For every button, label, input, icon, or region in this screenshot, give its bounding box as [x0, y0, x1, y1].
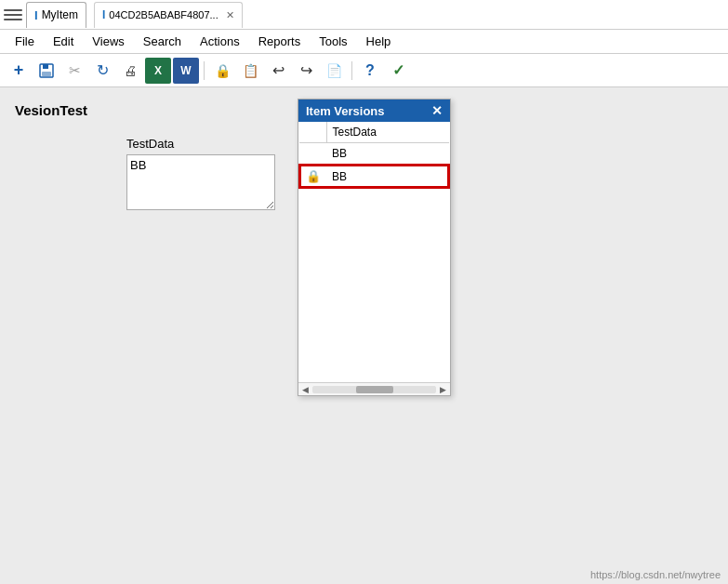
- copy-button[interactable]: 📋: [237, 58, 263, 84]
- page-button[interactable]: 📄: [321, 58, 347, 84]
- main-content: VesionTest TestData BB Item Versions ✕ T…: [0, 87, 728, 584]
- lock-icon: 🔒: [306, 169, 321, 183]
- panel-header: Item Versions ✕: [298, 100, 450, 122]
- lock-button[interactable]: 🔒: [209, 58, 235, 84]
- row-2-value: BB: [326, 165, 449, 188]
- word-button[interactable]: W: [173, 58, 199, 84]
- undo-button[interactable]: ↩: [265, 58, 291, 84]
- menu-actions[interactable]: Actions: [191, 33, 249, 50]
- hamburger-menu[interactable]: [4, 6, 22, 24]
- menu-file[interactable]: File: [6, 33, 44, 50]
- table-row[interactable]: BB: [299, 143, 449, 166]
- toolbar-sep-2: [351, 61, 352, 80]
- help-button[interactable]: ?: [357, 58, 383, 84]
- redo-button[interactable]: ↪: [293, 58, 319, 84]
- refresh-button[interactable]: ↻: [89, 58, 115, 84]
- svg-rect-2: [42, 72, 51, 76]
- title-bar: I MyItem I 04CD2B5ABABF4807... ✕: [0, 0, 728, 30]
- col-icon-header: [299, 122, 326, 143]
- myitem-tab-label: MyItem: [42, 8, 78, 21]
- row-1-icon-cell: [299, 143, 326, 166]
- versions-table: TestData BB 🔒 BB: [298, 122, 450, 189]
- cut-button[interactable]: ✂: [61, 58, 87, 84]
- table-row[interactable]: 🔒 BB: [299, 165, 449, 188]
- scroll-right-button[interactable]: ▶: [438, 385, 448, 394]
- svg-rect-1: [43, 64, 48, 69]
- scroll-thumb[interactable]: [356, 386, 393, 393]
- panel-scrollbar[interactable]: ◀ ▶: [298, 382, 450, 395]
- scroll-track: [312, 386, 436, 393]
- print-button[interactable]: 🖨: [117, 58, 143, 84]
- myitem-tab-icon: I: [34, 8, 38, 22]
- doc-tab-label: 04CD2B5ABABF4807...: [109, 9, 218, 20]
- doc-tab-close[interactable]: ✕: [226, 9, 234, 21]
- doc-tab-icon: I: [102, 8, 105, 21]
- panel-title: Item Versions: [306, 104, 385, 118]
- scroll-left-button[interactable]: ◀: [300, 385, 311, 394]
- item-versions-panel: Item Versions ✕ TestData BB: [298, 99, 451, 396]
- save-button[interactable]: [33, 58, 60, 84]
- check-button[interactable]: ✓: [385, 58, 411, 84]
- menu-tools[interactable]: Tools: [310, 33, 356, 50]
- menu-reports[interactable]: Reports: [249, 33, 311, 50]
- menu-edit[interactable]: Edit: [44, 33, 83, 50]
- tab-myitem[interactable]: I MyItem: [26, 2, 86, 28]
- menu-search[interactable]: Search: [134, 33, 191, 50]
- watermark: https://blog.csdn.net/nwytree: [590, 569, 721, 580]
- add-button[interactable]: +: [6, 58, 32, 84]
- menu-help[interactable]: Help: [357, 33, 401, 50]
- row-1-value: BB: [326, 143, 449, 166]
- menu-bar: File Edit Views Search Actions Reports T…: [0, 30, 728, 54]
- panel-close-button[interactable]: ✕: [431, 103, 443, 118]
- toolbar: + ✂ ↻ 🖨 X W 🔒 📋 ↩ ↪ 📄 ? ✓: [0, 54, 728, 87]
- panel-body: TestData BB 🔒 BB: [298, 122, 450, 382]
- tab-document[interactable]: I 04CD2B5ABABF4807... ✕: [94, 2, 243, 28]
- toolbar-sep-1: [204, 61, 205, 80]
- col-testdata-header: TestData: [326, 122, 449, 143]
- row-2-icon-cell: 🔒: [299, 165, 326, 188]
- excel-button[interactable]: X: [145, 58, 171, 84]
- menu-views[interactable]: Views: [83, 33, 133, 50]
- testdata-input[interactable]: BB: [126, 154, 275, 210]
